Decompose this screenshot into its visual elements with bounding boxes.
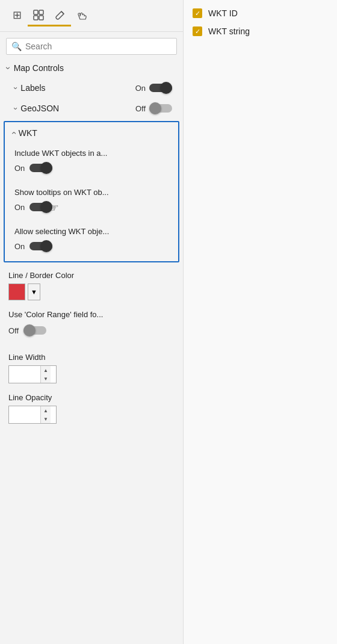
geojson-toggle-track: [149, 104, 172, 113]
line-width-input[interactable]: 1: [9, 368, 40, 382]
include-wkt-toggle-text: On: [14, 164, 25, 173]
show-tooltips-setting: Show tooltips on WKT ob... On ☞: [5, 183, 178, 222]
wkt-id-checkbox[interactable]: ✓: [193, 8, 202, 18]
include-wkt-label: Include WKT objects in a...: [14, 149, 168, 158]
map-controls-label: Map Controls: [14, 63, 176, 73]
allow-selecting-toggle-thumb: [40, 240, 52, 252]
line-opacity-spinners: ▲ ▼: [40, 406, 51, 423]
color-range-label: Use 'Color Range' field fo...: [8, 310, 175, 319]
geojson-toggle[interactable]: [149, 102, 176, 115]
geojson-toggle-thumb: [149, 102, 161, 114]
color-dropdown-button[interactable]: ▼: [28, 283, 40, 300]
svg-rect-0: [34, 10, 38, 14]
search-input[interactable]: [25, 42, 172, 51]
line-width-section: Line Width 1 ▲ ▼: [0, 347, 183, 387]
svg-rect-1: [39, 10, 43, 14]
color-picker-row: ▼: [8, 283, 175, 300]
top-icons-bar: ⊞: [0, 0, 183, 32]
svg-line-4: [61, 11, 64, 14]
line-width-down-button[interactable]: ▼: [41, 374, 51, 383]
wkt-header-label: WKT: [19, 128, 37, 138]
allow-selecting-toggle[interactable]: [29, 240, 56, 253]
line-width-up-button[interactable]: ▲: [41, 366, 51, 374]
allow-selecting-label: Allow selecting WKT obje...: [14, 227, 168, 236]
line-width-input-wrap: 1 ▲ ▼: [8, 365, 57, 383]
wkt-string-label: WKT string: [208, 26, 250, 36]
wkt-id-checkmark: ✓: [195, 10, 200, 17]
line-opacity-input[interactable]: 70: [9, 408, 40, 422]
color-range-toggle-row: Off: [8, 323, 175, 343]
line-opacity-label: Line Opacity: [8, 393, 175, 402]
include-wkt-toggle-thumb: [40, 162, 52, 174]
include-wkt-toggle-row: On: [14, 160, 168, 181]
color-range-section: Use 'Color Range' field fo... Off: [0, 304, 183, 347]
brush-icon[interactable]: [28, 5, 49, 26]
chevron-down-icon: [7, 63, 10, 73]
wkt-section: WKT Include WKT objects in a... On Show …: [4, 121, 179, 262]
color-range-toggle-text: Off: [8, 326, 19, 335]
show-tooltips-toggle-row: On ☞: [14, 199, 168, 220]
labels-toggle[interactable]: [149, 81, 176, 94]
allow-selecting-setting: Allow selecting WKT obje... On: [5, 222, 178, 261]
left-panel: ⊞ 🔍 Map Controls: [0, 0, 184, 644]
show-tooltips-toggle[interactable]: [29, 200, 56, 214]
line-opacity-section: Line Opacity 70 ▲ ▼: [0, 387, 183, 427]
wkt-string-row: ✓ WKT string: [193, 24, 328, 39]
labels-toggle-track: [149, 84, 172, 92]
hand-icon[interactable]: [71, 5, 93, 26]
svg-rect-3: [39, 16, 43, 20]
labels-toggle-thumb: [160, 82, 172, 94]
map-controls-section[interactable]: Map Controls: [0, 58, 183, 78]
color-range-toggle-track: [23, 326, 46, 335]
include-wkt-setting: Include WKT objects in a... On: [5, 144, 178, 183]
line-opacity-up-button[interactable]: ▲: [41, 406, 51, 415]
labels-row: Labels On: [0, 78, 183, 98]
include-wkt-toggle-track: [29, 164, 52, 172]
show-tooltips-toggle-track: [29, 203, 52, 211]
allow-selecting-toggle-track: [29, 242, 52, 250]
line-width-spinners: ▲ ▼: [40, 366, 51, 383]
allow-selecting-toggle-text: On: [14, 242, 25, 251]
search-box[interactable]: 🔍: [6, 38, 177, 55]
grid-icon[interactable]: ⊞: [6, 5, 28, 26]
wkt-header[interactable]: WKT: [5, 122, 178, 144]
color-swatch[interactable]: [8, 283, 25, 300]
include-wkt-toggle[interactable]: [29, 161, 56, 175]
wkt-id-row: ✓ WKT ID: [193, 6, 328, 20]
labels-label: Labels: [20, 83, 135, 93]
labels-toggle-label: On: [135, 84, 146, 93]
geojson-toggle-label: Off: [135, 104, 146, 113]
show-tooltips-label: Show tooltips on WKT ob...: [14, 188, 168, 197]
show-tooltips-toggle-text: On: [14, 203, 25, 212]
line-width-label: Line Width: [8, 353, 175, 362]
wkt-id-label: WKT ID: [208, 8, 238, 18]
wkt-string-checkmark: ✓: [195, 28, 200, 36]
chevron-up-icon: [12, 128, 15, 138]
color-range-toggle[interactable]: [23, 324, 50, 337]
line-opacity-input-wrap: 70 ▲ ▼: [8, 406, 57, 424]
wkt-string-checkbox[interactable]: ✓: [193, 26, 202, 36]
geojson-row: GeoJSON Off: [0, 98, 183, 119]
chevron-right-icon2: [14, 104, 17, 113]
line-opacity-down-button[interactable]: ▼: [41, 415, 51, 423]
svg-rect-2: [34, 16, 38, 20]
allow-selecting-toggle-row: On: [14, 238, 168, 259]
geojson-label: GeoJSON: [20, 104, 135, 113]
paint-icon[interactable]: [49, 5, 71, 26]
right-panel: ✓ WKT ID ✓ WKT string: [184, 0, 337, 644]
color-range-toggle-thumb: [23, 324, 36, 336]
line-border-color-section: Line / Border Color ▼: [0, 265, 183, 304]
show-tooltips-toggle-thumb: [40, 201, 52, 213]
search-icon: 🔍: [11, 42, 22, 51]
line-border-color-label: Line / Border Color: [8, 271, 175, 280]
chevron-right-icon: [14, 84, 17, 93]
